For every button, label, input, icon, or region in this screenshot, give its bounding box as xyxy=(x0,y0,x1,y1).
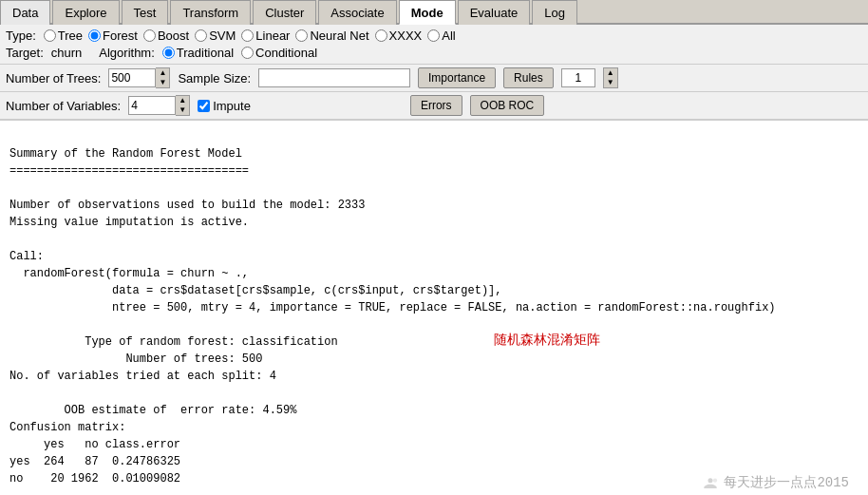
impute-checkbox-label[interactable]: Impute xyxy=(198,99,251,113)
toolbar: Type: Tree Forest Boost SVM Linear xyxy=(0,25,868,65)
target-row: Target: churn Algorithm: Traditional Con… xyxy=(6,46,862,60)
type-svm-label: SVM xyxy=(209,29,236,43)
num-trees-input-wrap: ▲ ▼ xyxy=(108,67,170,88)
type-neuralnet-label: Neural Net xyxy=(310,29,368,43)
type-xxxx-label: XXXX xyxy=(389,29,423,43)
oob-roc-button[interactable]: OOB ROC xyxy=(470,95,545,116)
type-xxxx[interactable]: XXXX xyxy=(375,29,423,43)
num-trees-label: Number of Trees: xyxy=(6,71,101,86)
controls-row-1: Number of Trees: ▲ ▼ Sample Size: Import… xyxy=(0,65,868,92)
watermark-text: 每天进步一点点2015 xyxy=(724,473,849,493)
type-tree-label: Tree xyxy=(58,29,83,43)
svg-point-0 xyxy=(708,478,713,483)
type-label: Type: xyxy=(6,29,36,43)
annotation-text: 随机森林混淆矩阵 xyxy=(494,330,600,350)
tab-bar: Data Explore Test Transform Cluster Asso… xyxy=(0,0,868,25)
output-area: Summary of the Random Forest Model =====… xyxy=(0,120,868,495)
type-row: Type: Tree Forest Boost SVM Linear xyxy=(6,29,862,43)
watermark-icon xyxy=(701,474,720,493)
target-label: Target: xyxy=(6,46,44,60)
errors-button[interactable]: Errors xyxy=(410,95,462,116)
rules-num-input[interactable] xyxy=(561,68,595,87)
tab-data[interactable]: Data xyxy=(0,0,50,25)
num-trees-up[interactable]: ▲ xyxy=(156,68,169,78)
type-tree[interactable]: Tree xyxy=(44,29,83,43)
type-neuralnet[interactable]: Neural Net xyxy=(295,29,368,43)
type-forest-label: Forest xyxy=(103,29,138,43)
algo-traditional-label: Traditional xyxy=(177,46,234,60)
type-forest[interactable]: Forest xyxy=(88,29,138,43)
rules-num-spinners: ▲ ▼ xyxy=(603,67,618,88)
tab-cluster[interactable]: Cluster xyxy=(253,0,316,25)
watermark: 每天进步一点点2015 xyxy=(701,473,849,493)
importance-button[interactable]: Importance xyxy=(418,67,496,88)
num-vars-input[interactable] xyxy=(128,96,176,115)
num-vars-label: Number of Variables: xyxy=(6,99,121,113)
num-vars-spinners: ▲ ▼ xyxy=(176,95,190,116)
controls-row-2: Number of Variables: ▲ ▼ Impute Errors O… xyxy=(0,92,868,120)
num-trees-spinners: ▲ ▼ xyxy=(156,67,170,88)
tab-log[interactable]: Log xyxy=(532,0,577,25)
rules-num-up[interactable]: ▲ xyxy=(604,68,617,78)
type-radio-group: Tree Forest Boost SVM Linear Neural Net xyxy=(44,29,456,43)
num-vars-down[interactable]: ▼ xyxy=(176,105,189,115)
type-linear[interactable]: Linear xyxy=(241,29,290,43)
tab-evaluate[interactable]: Evaluate xyxy=(458,0,531,25)
type-all-label: All xyxy=(442,29,455,43)
algo-conditional-label: Conditional xyxy=(255,46,317,60)
sample-size-label: Sample Size: xyxy=(178,71,251,86)
tab-transform[interactable]: Transform xyxy=(170,0,251,25)
target-value: churn xyxy=(51,46,83,60)
type-linear-label: Linear xyxy=(255,29,290,43)
tab-test[interactable]: Test xyxy=(122,0,169,25)
output-text: Summary of the Random Forest Model =====… xyxy=(9,147,776,495)
type-svm[interactable]: SVM xyxy=(195,29,236,43)
rules-button[interactable]: Rules xyxy=(503,67,554,88)
impute-label: Impute xyxy=(213,99,251,113)
sample-size-input[interactable] xyxy=(258,68,410,87)
algo-traditional[interactable]: Traditional xyxy=(162,46,234,60)
rules-num-down[interactable]: ▼ xyxy=(604,78,617,87)
algorithm-label: Algorithm: xyxy=(99,46,155,60)
tab-associate[interactable]: Associate xyxy=(318,0,396,25)
num-trees-down[interactable]: ▼ xyxy=(156,78,169,87)
impute-checkbox[interactable] xyxy=(198,100,210,112)
num-trees-input[interactable] xyxy=(108,68,156,87)
type-boost[interactable]: Boost xyxy=(143,29,189,43)
tab-explore[interactable]: Explore xyxy=(52,0,119,25)
type-all[interactable]: All xyxy=(427,29,455,43)
svg-point-1 xyxy=(713,478,717,482)
algo-conditional[interactable]: Conditional xyxy=(241,46,317,60)
num-vars-input-wrap: ▲ ▼ xyxy=(128,95,190,116)
num-vars-up[interactable]: ▲ xyxy=(176,96,189,105)
tab-mode[interactable]: Mode xyxy=(399,0,456,25)
type-boost-label: Boost xyxy=(158,29,189,43)
